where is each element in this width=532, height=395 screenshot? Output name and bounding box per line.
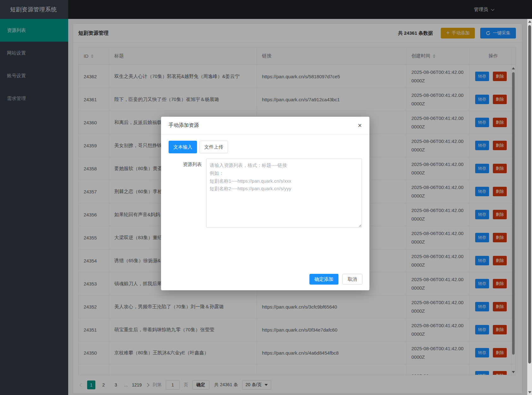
tab-file-upload[interactable]: 文件上传 [200,141,228,153]
tab-text-input[interactable]: 文本输入 [169,141,197,153]
close-icon[interactable]: × [358,122,362,129]
confirm-add-button[interactable]: 确定添加 [309,274,338,285]
page-scrollbar-thumb[interactable] [528,25,531,363]
scroll-up-icon[interactable] [528,21,531,23]
modal-body: 文本输入 文件上传 资源列表 [161,134,369,273]
resource-list-form-row: 资源列表 [169,159,362,229]
modal-title: 手动添加资源 [169,122,199,129]
manual-add-modal: 手动添加资源 × 文本输入 文件上传 资源列表 确定添加 取消 [161,117,369,290]
resource-list-label: 资源列表 [169,159,202,229]
resource-list-textarea[interactable] [206,159,362,227]
page-scrollbar[interactable] [527,19,532,395]
modal-header: 手动添加资源 × [161,117,369,134]
modal-footer: 确定添加 取消 [161,273,369,290]
app-window: 短剧资源管理系统 资源列表 网站设置 账号设置 需求管理 管理员 短剧资源管理 … [0,0,532,395]
modal-tabs: 文本输入 文件上传 [169,141,362,153]
cancel-button[interactable]: 取消 [342,274,362,285]
scroll-down-icon[interactable] [528,391,531,393]
